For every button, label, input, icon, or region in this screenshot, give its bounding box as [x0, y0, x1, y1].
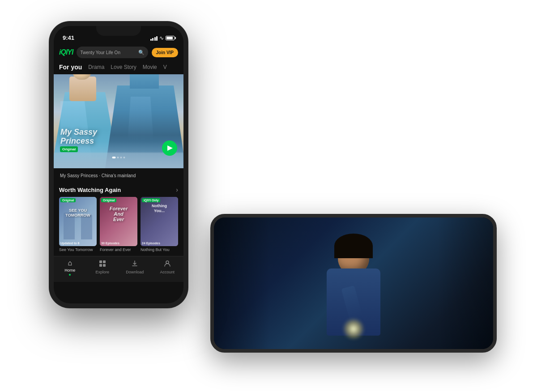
hero-title-line1: My Sassy [60, 128, 97, 137]
hero-title-overlay: My Sassy Princess [60, 128, 97, 146]
wifi-icon: ∿ [159, 35, 164, 41]
iqiyi-logo: iQIYI [59, 48, 73, 56]
search-icon: 🔍 [138, 50, 145, 55]
card1-person2 [81, 215, 92, 239]
phone-screen: 9:41 ∿ iQIYI T [54, 26, 183, 303]
phone-portrait: 9:41 ∿ iQIYI T [49, 21, 188, 308]
hero-background [54, 74, 183, 168]
dots-indicator [112, 157, 125, 158]
tab-drama[interactable]: Drama [88, 64, 104, 70]
landscape-screen [214, 217, 493, 349]
atmosphere [214, 217, 493, 349]
svg-rect-1 [103, 260, 106, 263]
card-see-you-tomorrow[interactable]: SEE YOUTOMORROW Original Updated to 8 Se… [59, 197, 97, 252]
app-header: iQIYI Twenty Your Life On 🔍 Join VIP [54, 44, 183, 62]
svg-point-4 [166, 261, 169, 264]
card-bg-1: SEE YOUTOMORROW [59, 197, 97, 246]
signal-bar-4 [156, 36, 158, 41]
hero-title-line2: Princess [60, 137, 97, 146]
dot-4 [124, 157, 125, 158]
card3-display-text: NothingYou... [143, 204, 176, 213]
card3-badge: iQIYI Only [142, 198, 160, 202]
tab-movie[interactable]: Movie [143, 64, 157, 70]
nav-home-label: Home [64, 268, 75, 273]
hero-banner: My Sassy Princess Original [54, 74, 183, 168]
card-thumb-1: SEE YOUTOMORROW Original Updated to 8 [59, 197, 97, 246]
svg-rect-0 [99, 260, 102, 263]
home-active-dot [69, 274, 71, 276]
signal-bar-2 [152, 38, 153, 41]
nav-explore[interactable]: Explore [86, 260, 119, 274]
tab-for-you[interactable]: For you [59, 64, 82, 71]
battery-icon [166, 36, 175, 40]
card3-title: Nothing But You [141, 247, 178, 252]
card2-title: Forever and Ever [100, 247, 137, 252]
hero-caption-text: My Sassy Princess · China's mainland [60, 173, 136, 178]
card-forever-and-ever[interactable]: ForeverAndEver Original 30 Episodes Fore… [100, 197, 137, 252]
download-icon [131, 260, 138, 269]
hero-original-badge: Original [60, 146, 78, 152]
section-title: Worth Watching Again [59, 187, 121, 193]
signal-bar-1 [150, 39, 152, 41]
card3-ep-info: 24 Episodes [142, 242, 177, 245]
status-time: 9:41 [63, 34, 74, 41]
female-torso [69, 77, 96, 101]
card2-display-text: ForeverAndEver [102, 206, 135, 222]
nav-account[interactable]: Account [151, 260, 184, 274]
card1-ep-info: Updated to 8 [60, 242, 95, 245]
home-icon: ⌂ [68, 259, 72, 267]
signal-bar-3 [154, 37, 156, 41]
category-tabs: For you Drama Love Story Movie V [54, 62, 183, 74]
section-header: Worth Watching Again [59, 186, 178, 193]
nav-explore-label: Explore [95, 270, 109, 274]
card1-badge: Original [60, 198, 76, 202]
play-button[interactable] [162, 141, 177, 156]
join-vip-button[interactable]: Join VIP [152, 48, 178, 57]
card1-display-text: SEE YOUTOMORROW [61, 208, 94, 218]
nav-download[interactable]: Download [119, 260, 151, 274]
card-thumb-2: ForeverAndEver Original 30 Episodes [100, 197, 137, 246]
card2-ep-info: 30 Episodes [101, 242, 136, 245]
card1-title: See You Tomorrow [59, 247, 97, 252]
nav-home[interactable]: ⌂ Home [54, 259, 86, 276]
search-bar[interactable]: Twenty Your Life On 🔍 [77, 47, 148, 58]
play-icon [167, 145, 173, 151]
explore-icon [99, 260, 106, 269]
signal-icon [150, 36, 158, 41]
bottom-nav: ⌂ Home Explore [54, 256, 183, 282]
section-more[interactable] [175, 186, 178, 193]
card-thumb-3: NothingYou... iQIYI Only 24 Episodes [141, 197, 178, 246]
tab-more[interactable]: V [163, 64, 167, 70]
battery-fill [166, 37, 173, 39]
dot-1 [112, 157, 116, 158]
card-bg-3: NothingYou... [141, 197, 178, 246]
phone-landscape [210, 214, 497, 353]
male-torso-top [130, 74, 159, 89]
tab-love-story[interactable]: Love Story [111, 64, 136, 70]
scene: 9:41 ∿ iQIYI T [22, 13, 515, 379]
dot-2 [117, 157, 119, 158]
card2-badge: Original [101, 198, 116, 202]
landscape-content [214, 217, 493, 349]
svg-rect-3 [103, 264, 106, 267]
search-placeholder: Twenty Your Life On [80, 50, 136, 55]
cards-row: SEE YOUTOMORROW Original Updated to 8 Se… [59, 197, 178, 252]
notch [96, 26, 141, 36]
account-icon [164, 260, 171, 269]
nav-download-label: Download [126, 270, 144, 274]
worth-watching-section: Worth Watching Again SEE YOUTOMORROW [54, 182, 183, 256]
hero-caption: My Sassy Princess · China's mainland [54, 168, 183, 182]
card-nothing-but-you[interactable]: NothingYou... iQIYI Only 24 Episodes Not… [141, 197, 178, 252]
nav-account-label: Account [160, 270, 175, 274]
dot-3 [120, 157, 122, 158]
status-icons: ∿ [150, 35, 175, 41]
card-bg-2: ForeverAndEver [100, 197, 137, 246]
svg-rect-2 [99, 264, 102, 267]
